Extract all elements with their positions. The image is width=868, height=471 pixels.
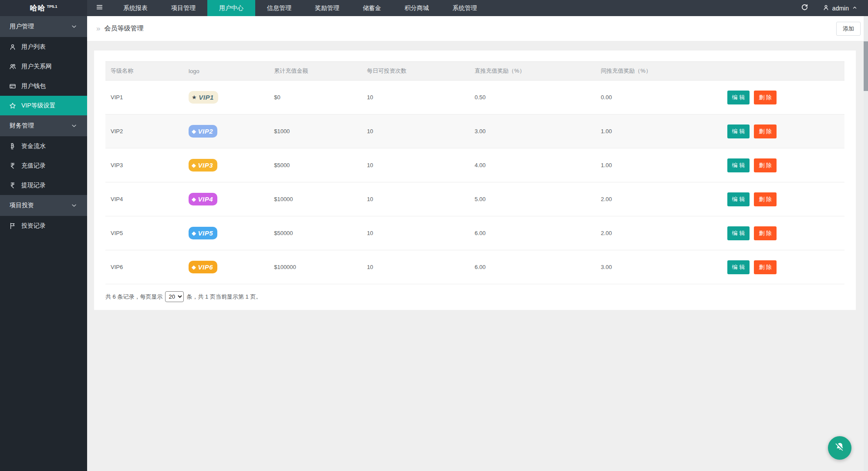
column-header-2: logo [183,62,269,81]
add-button[interactable]: 添加 [836,22,861,36]
topnav-item-8[interactable]: 系统管理 [441,0,489,16]
vip-badge-text: VIP6 [198,263,213,271]
delete-button[interactable]: 删 除 [754,124,777,138]
logo-cell: ◆VIP4 [183,182,269,216]
sidebar-item-rupee[interactable]: 充值记录 [0,156,87,175]
logo-cell: ★VIP1 [183,81,269,114]
delete-button[interactable]: 删 除 [754,91,777,104]
vip-badge-text: VIP5 [198,229,213,237]
edit-button[interactable]: 编 辑 [727,91,750,104]
topnav-item-5[interactable]: 奖励管理 [303,0,351,16]
actions-cell: 编 辑删 除 [722,81,844,114]
edit-button[interactable]: 编 辑 [727,158,750,172]
delete-button[interactable]: 删 除 [754,260,777,274]
vertical-scrollbar[interactable] [864,16,868,471]
users-icon [9,63,17,70]
daily-times-cell: 10 [361,250,469,284]
sidebar-item-rupee[interactable]: 提现记录 [0,175,87,195]
sidebar-section-title: 用户管理 [10,23,34,30]
delete-button[interactable]: 删 除 [754,192,777,206]
user-menu[interactable]: admin [817,0,868,16]
vip-badge-text: VIP1 [199,94,214,101]
sidebar-section-header-2[interactable]: 财务管理 [0,115,87,136]
notification-toggle-button[interactable] [828,436,851,460]
chevron-down-icon [71,23,78,30]
star-icon: ★ [192,94,197,100]
indirect-reward-cell: 2.00 [596,182,722,216]
bell-slash-icon [834,441,846,455]
table-row: VIP2◆VIP2$1000103.001.00编 辑删 除 [105,114,844,148]
amount-cell: $5000 [269,148,361,182]
edit-button[interactable]: 编 辑 [727,226,750,240]
sidebar-item-label: 充值记录 [21,162,46,170]
main-content: » 会员等级管理 添加 等级名称logo累计充值金额每日可投资次数直推充值奖励（… [87,16,868,471]
sidebar-item-label: 提现记录 [21,182,46,189]
level-name-cell: VIP2 [105,114,183,148]
user-icon [9,44,17,50]
sidebar-item-user[interactable]: 用户列表 [0,37,87,57]
daily-times-cell: 10 [361,114,469,148]
vip-badge: ◆VIP2 [189,125,217,138]
actions-cell: 编 辑删 除 [722,148,844,182]
direct-reward-cell: 3.00 [469,114,596,148]
sidebar-item-flag[interactable]: 投资记录 [0,216,87,236]
sidebar-item-wallet[interactable]: 用户钱包 [0,76,87,96]
level-name-cell: VIP6 [105,250,183,284]
topbar-right: admin [793,0,868,16]
app-logo-version: TP5.1 [47,4,57,9]
edit-button[interactable]: 编 辑 [727,192,750,206]
table-row: VIP3◆VIP3$5000104.001.00编 辑删 除 [105,148,844,182]
direct-reward-cell: 6.00 [469,216,596,250]
wallet-icon [9,83,17,90]
vip-badge-text: VIP4 [198,195,213,203]
delete-button[interactable]: 删 除 [754,158,777,172]
column-header-3: 累计充值金额 [269,62,361,81]
sidebar-section-header-3[interactable]: 项目投资 [0,195,87,216]
bitcoin-icon [9,143,17,150]
sidebar-item-users[interactable]: 用户关系网 [0,57,87,76]
table-body: VIP1★VIP1$0100.500.00编 辑删 除VIP2◆VIP2$100… [105,81,844,284]
indirect-reward-cell: 3.00 [596,250,722,284]
logo-cell: ◆VIP2 [183,114,269,148]
topnav-item-2[interactable]: 项目管理 [159,0,207,16]
user-icon [823,4,829,12]
daily-times-cell: 10 [361,148,469,182]
rupee-icon [9,182,17,189]
sidebar-item-bitcoin[interactable]: 资金流水 [0,136,87,156]
topnav-item-6[interactable]: 储蓄金 [351,0,393,16]
topnav-item-3[interactable]: 用户中心 [207,0,255,16]
top-navbar: 哈哈 TP5.1 系统报表项目管理用户中心信息管理奖励管理储蓄金积分商城系统管理… [0,0,868,16]
breadcrumb-bar: » 会员等级管理 添加 [87,16,868,41]
sidebar-item-label: 用户列表 [21,43,46,51]
sidebar-section-title: 项目投资 [10,202,34,209]
actions-cell: 编 辑删 除 [722,250,844,284]
gem-icon: ◆ [192,196,196,202]
refresh-button[interactable] [793,0,817,16]
column-header-1: 等级名称 [105,62,183,81]
edit-button[interactable]: 编 辑 [727,124,750,138]
table-row: VIP6◆VIP6$100000106.003.00编 辑删 除 [105,250,844,284]
gem-icon: ◆ [192,128,196,134]
logo-cell: ◆VIP6 [183,250,269,284]
sidebar-toggle-button[interactable] [87,0,111,16]
actions-cell: 编 辑删 除 [722,114,844,148]
topnav-item-4[interactable]: 信息管理 [255,0,303,16]
sidebar-item-label: 投资记录 [21,222,46,230]
actions-cell: 编 辑删 除 [722,216,844,250]
scrollbar-thumb[interactable] [864,41,868,91]
hamburger-icon [96,3,103,13]
edit-button[interactable]: 编 辑 [727,260,750,274]
indirect-reward-cell: 0.00 [596,81,722,114]
topnav-item-1[interactable]: 系统报表 [111,0,159,16]
sidebar-section-header-1[interactable]: 用户管理 [0,16,87,37]
topnav-item-7[interactable]: 积分商城 [393,0,441,16]
daily-times-cell: 10 [361,81,469,114]
per-page-select[interactable]: 20 [165,291,184,302]
delete-button[interactable]: 删 除 [754,226,777,240]
chevron-down-icon [71,202,78,209]
logo-cell: ◆VIP3 [183,148,269,182]
sidebar-item-star[interactable]: VIP等级设置 [0,96,87,115]
table-header-row: 等级名称logo累计充值金额每日可投资次数直推充值奖励（%）间推充值奖励（%） [105,62,844,81]
amount-cell: $1000 [269,114,361,148]
app-logo-text: 哈哈 [30,3,45,13]
